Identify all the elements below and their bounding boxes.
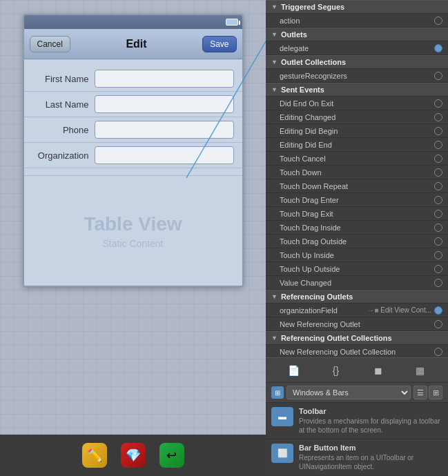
battery-icon (226, 19, 238, 26)
gesture-circle[interactable] (434, 72, 442, 80)
dock: ✏️ 💎 ↩ (0, 435, 266, 476)
bar-button-item-desc: Represents an item on a UIToolbar or UIN… (299, 453, 442, 471)
section-sent-events[interactable]: ▼ Sent Events (266, 83, 448, 97)
library-item-bar-button[interactable]: ⬜ Bar Button Item Represents an item on … (266, 439, 448, 476)
nav-title: Edit (126, 38, 146, 50)
toolbar-item-icon: ▬ (271, 407, 293, 426)
right-bottom: 📄 {} ◼ ▦ ⊞ Windows & Bars ☰ ⊞ ▬ Toolbar … (266, 357, 448, 476)
circle-touch-up-outside[interactable] (434, 265, 442, 273)
list-view-btn[interactable]: ☰ (413, 386, 427, 399)
row-touch-drag-exit: Touch Drag Exit (266, 207, 448, 221)
row-editing-changed: Editing Changed (266, 110, 448, 124)
circle-touch-up-inside[interactable] (434, 251, 442, 259)
save-button[interactable]: Save (202, 36, 236, 52)
connections-section: ▼ Triggered Segues action ▼ Outlets dele… (266, 0, 448, 357)
table-view-label: Table View (84, 213, 182, 235)
table-static-area: Table View Static Content (24, 175, 242, 286)
object-icon-btn[interactable]: ◼ (370, 362, 387, 379)
circle-value-changed[interactable] (434, 279, 442, 287)
status-bar (24, 15, 242, 29)
row-did-end-on-exit: Did End On Exit (266, 97, 448, 110)
connection-row-gesture: gestureRecognizers (266, 69, 448, 83)
phone-input[interactable] (95, 121, 234, 139)
library-selector: ⊞ Windows & Bars ☰ ⊞ (266, 383, 448, 403)
organization-label: Organization (32, 150, 95, 161)
form-row-phone: Phone (24, 117, 242, 143)
section-ref-outlet-collections[interactable]: ▼ Referencing Outlet Collections (266, 331, 448, 345)
triggered-segues-label: Triggered Segues (281, 3, 344, 11)
library-view-buttons: ☰ ⊞ (413, 386, 442, 399)
static-content-label: Static Content (103, 238, 164, 249)
code-icon-btn[interactable]: {} (328, 362, 344, 379)
row-new-ref-outlet: New Referencing Outlet (266, 317, 448, 331)
phone-label: Phone (32, 125, 95, 135)
row-touch-up-inside: Touch Up Inside (266, 248, 448, 262)
library-dropdown[interactable]: Windows & Bars (286, 386, 411, 399)
connection-row-action: action (266, 14, 448, 28)
left-panel: Cancel Edit Save First Name Last Name Ph… (0, 0, 266, 476)
circle-new-ref-coll[interactable] (434, 348, 442, 356)
row-touch-down-repeat: Touch Down Repeat (266, 179, 448, 193)
nav-bar: Cancel Edit Save (24, 29, 242, 59)
organization-input[interactable] (95, 146, 234, 164)
outlet-collections-label: Outlet Collections (281, 58, 346, 66)
edit-dock-icon[interactable]: ✏️ (82, 443, 107, 468)
section-outlet-collections[interactable]: ▼ Outlet Collections (266, 55, 448, 69)
sent-events-label: Sent Events (281, 86, 324, 94)
action-label: action (280, 17, 434, 25)
row-touch-drag-inside: Touch Drag Inside (266, 221, 448, 235)
delegate-label: delegate (280, 44, 434, 52)
triangle-icon: ▼ (271, 3, 277, 10)
circle-touch-drag-inside[interactable] (434, 224, 442, 232)
form-row-firstname: First Name (24, 66, 242, 92)
grid-view-btn[interactable]: ⊞ (429, 386, 442, 399)
green-dock-icon[interactable]: ↩ (159, 443, 184, 468)
outlet-target-label: Edit View Cont... (380, 306, 431, 314)
circle-editing-did-end[interactable] (434, 141, 442, 149)
triangle-icon: ▼ (271, 59, 277, 66)
circle-touch-drag-exit[interactable] (434, 210, 442, 218)
cancel-button[interactable]: Cancel (30, 36, 70, 52)
bar-button-item-icon: ⬜ (271, 444, 293, 463)
circle-touch-drag-enter[interactable] (434, 196, 442, 204)
circle-new-ref-outlet[interactable] (434, 320, 442, 328)
lastname-input[interactable] (95, 95, 234, 113)
circle-editing-changed[interactable] (434, 113, 442, 121)
grid-icon-btn[interactable]: ▦ (412, 362, 429, 379)
row-touch-up-outside: Touch Up Outside (266, 262, 448, 276)
section-outlets[interactable]: ▼ Outlets (266, 28, 448, 41)
delegate-circle[interactable] (434, 44, 442, 52)
circle-touch-down[interactable] (434, 168, 442, 177)
circle-touch-drag-outside[interactable] (434, 237, 442, 246)
ref-outlet-collections-label: Referencing Outlet Collections (281, 334, 392, 342)
form-area: First Name Last Name Phone Organization (24, 59, 242, 175)
referencing-outlets-label: Referencing Outlets (281, 292, 353, 301)
circle-editing-did-begin[interactable] (434, 127, 442, 135)
file-icon-btn[interactable]: 📄 (286, 362, 302, 379)
circle-touch-cancel[interactable] (434, 155, 442, 163)
library-item-toolbar[interactable]: ▬ Toolbar Provides a mechanism for displ… (266, 403, 448, 439)
icon-toolbar: 📄 {} ◼ ▦ (266, 358, 448, 383)
triangle-icon: ▼ (271, 86, 277, 93)
row-value-changed: Value Changed (266, 276, 448, 290)
action-circle[interactable] (434, 17, 442, 25)
org-circle[interactable] (434, 306, 442, 315)
row-editing-did-end: Editing Did End (266, 138, 448, 152)
toolbar-item-desc: Provides a mechanism for displaying a to… (299, 417, 442, 435)
section-referencing-outlets[interactable]: ▼ Referencing Outlets (266, 290, 448, 304)
toolbar-item-title: Toolbar (299, 407, 442, 415)
ruby-dock-icon[interactable]: 💎 (121, 443, 146, 468)
outlet-arrow-icon: →■ (367, 306, 378, 314)
section-triggered-segues[interactable]: ▼ Triggered Segues (266, 0, 448, 14)
firstname-input[interactable] (95, 70, 234, 88)
circle-touch-down-repeat[interactable] (434, 182, 442, 190)
library-icon: ⊞ (271, 386, 284, 399)
outlet-row-organization: organizationField →■ Edit View Cont... (266, 304, 448, 317)
library-items: ▬ Toolbar Provides a mechanism for displ… (266, 403, 448, 476)
circle-did-end-on-exit[interactable] (434, 99, 442, 108)
firstname-label: First Name (32, 74, 95, 84)
form-row-organization: Organization (24, 143, 242, 168)
triangle-icon: ▼ (271, 293, 277, 300)
row-touch-drag-outside: Touch Drag Outside (266, 235, 448, 248)
right-panel: ▼ Triggered Segues action ▼ Outlets dele… (266, 0, 448, 476)
